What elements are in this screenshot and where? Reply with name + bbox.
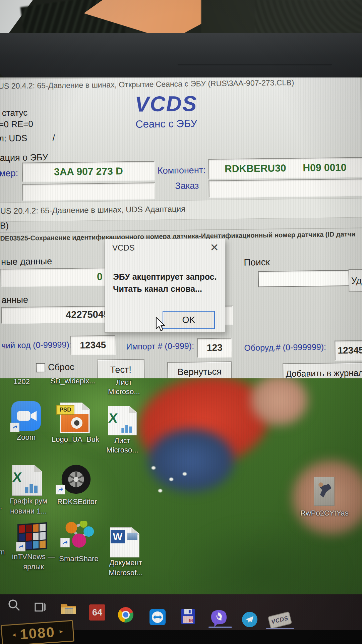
protocol-label: л: UDS bbox=[0, 133, 27, 144]
task-view-icon[interactable] bbox=[33, 600, 48, 614]
desktop-icon-rdks-editor[interactable] bbox=[60, 464, 92, 495]
vcds-ticket-label: VCDS bbox=[271, 615, 289, 626]
close-icon[interactable]: ✕ bbox=[210, 241, 219, 254]
shortcut-arrow-icon bbox=[10, 423, 19, 432]
shortcut-arrow-icon bbox=[56, 485, 65, 494]
vcds-logo-block: VCDS Сеанс с ЭБУ bbox=[102, 92, 230, 131]
floppy-disk-icon[interactable]: 64 bbox=[180, 608, 196, 625]
doc-image-thumb bbox=[127, 533, 137, 540]
vcds-logo: VCDS bbox=[102, 92, 230, 116]
desktop-icon-zoom[interactable] bbox=[11, 401, 41, 431]
psd-ring-center bbox=[74, 420, 79, 426]
file-explorer-icon[interactable] bbox=[60, 602, 76, 616]
laptop-top-bezel bbox=[0, 33, 362, 77]
component-field: RDKBERU30 H09 0010 bbox=[208, 157, 362, 179]
desktop-icon-label: Microsof... bbox=[97, 568, 154, 578]
dialog-message-line1: ЭБУ акцептирует запрос. bbox=[113, 271, 217, 283]
search-taskbar-icon[interactable] bbox=[7, 598, 21, 612]
window-title: RUS 20.4.2: 65-Давление в шинах, Открыти… bbox=[0, 78, 294, 91]
dialog-message-line2: Читать канал снова... bbox=[113, 283, 217, 295]
search-input[interactable] bbox=[258, 270, 352, 287]
clover-flower bbox=[158, 489, 162, 492]
delete-button[interactable]: Уда bbox=[349, 269, 362, 292]
desktop-icon-label: Документ bbox=[97, 558, 154, 568]
word-w-glyph: W bbox=[111, 530, 125, 543]
desktop-icon-smartshare[interactable] bbox=[62, 521, 95, 552]
desktop-icon-word-doc[interactable]: W bbox=[110, 527, 139, 557]
reset-checkbox-label: Сброс bbox=[48, 362, 74, 373]
desktop-icon-logo-ua-buk[interactable]: PSD bbox=[60, 402, 90, 433]
partial-icon-label: 1202 bbox=[13, 377, 30, 386]
part-number-label: мер: bbox=[0, 168, 18, 179]
stored-data-label: ные данные bbox=[1, 256, 52, 267]
partial-icon-label: m bbox=[0, 547, 5, 557]
vcds-ticket-glyph: VCDS bbox=[267, 611, 292, 629]
vcds-taskbar-icon[interactable]: VCDS bbox=[269, 612, 291, 628]
equipment-number-field[interactable]: 12345 bbox=[335, 340, 362, 361]
order-label: Заказ bbox=[175, 180, 199, 191]
desktop-icon-grafik-rum[interactable]: X bbox=[12, 465, 42, 496]
desktop-icon-label: Logo_UA_Buk bbox=[47, 435, 104, 444]
photo-of-laptop-screen: RUS 20.4.2: 65-Давление в шинах, Открыти… bbox=[0, 0, 362, 644]
section-label: В) bbox=[0, 220, 9, 231]
status-label: статус bbox=[2, 108, 28, 118]
vcds-running-indicator bbox=[266, 628, 294, 629]
equipment-number-label: Оборуд.# (0-999999): bbox=[244, 342, 326, 353]
desktop-icon-list-excel[interactable]: X bbox=[108, 406, 137, 435]
teamviewer-icon[interactable] bbox=[149, 609, 166, 625]
desktop-icon-label: Zoom bbox=[3, 433, 49, 442]
stored-data-field: 0 bbox=[0, 268, 109, 287]
protocol-value: / bbox=[53, 133, 55, 143]
workshop-code-field[interactable]: 12345 bbox=[70, 335, 116, 355]
search-label: Поиск bbox=[244, 257, 270, 268]
telegram-icon[interactable] bbox=[242, 612, 257, 627]
reset-checkbox[interactable] bbox=[36, 363, 45, 372]
desktop-icon-label: Лист bbox=[101, 436, 144, 445]
shortcut-arrow-icon bbox=[16, 542, 25, 551]
psd-badge: PSD bbox=[56, 405, 74, 415]
ok-button[interactable]: OK bbox=[163, 311, 215, 329]
laptop-bezel-notch bbox=[178, 64, 332, 65]
test-button[interactable]: Тест! bbox=[97, 359, 145, 380]
excel-x-glyph: X bbox=[12, 470, 22, 485]
wallpaper-child-head bbox=[251, 378, 308, 425]
status-value: =0 RE=0 bbox=[0, 119, 33, 129]
part-number-field: 3AA 907 273 D bbox=[22, 161, 155, 182]
clover-flower bbox=[169, 478, 173, 481]
new-data-label: анные bbox=[1, 295, 28, 306]
smartshare-molecule-icon bbox=[62, 521, 95, 552]
desktop-icon-label: новини 1... bbox=[0, 506, 57, 516]
clover-flower bbox=[183, 472, 187, 476]
chrome-icon[interactable] bbox=[118, 607, 133, 623]
desktop-icon-label: Microso... bbox=[101, 445, 144, 455]
mouse-cursor bbox=[155, 317, 168, 332]
session-subtitle: Сеанс с ЭБУ bbox=[103, 117, 230, 131]
excel-x-glyph: X bbox=[108, 411, 118, 426]
app-64-label: 64 bbox=[92, 607, 102, 618]
import-number-field[interactable]: 123 bbox=[197, 338, 232, 358]
dialog-title: VCDS bbox=[112, 243, 135, 253]
partial-icon-label: Microso... bbox=[101, 387, 147, 396]
part-number-field-2 bbox=[22, 182, 155, 201]
desktop-icon-label: RDKSEditor bbox=[47, 497, 107, 506]
import-number-label: Импорт # (0-999): bbox=[126, 341, 194, 352]
component-label: Компонент: bbox=[158, 165, 206, 176]
car-interior-background bbox=[0, 0, 362, 77]
new-data-field: 42275045 bbox=[1, 306, 115, 324]
app-64-icon[interactable]: 64 bbox=[89, 604, 105, 621]
excel-chart-glyph bbox=[24, 481, 41, 494]
viber-icon[interactable] bbox=[210, 610, 227, 627]
viber-running-indicator bbox=[208, 627, 232, 628]
desktop-icon-rwpo[interactable] bbox=[314, 477, 335, 506]
badge-right-arrow: ► bbox=[58, 629, 64, 635]
vcds-main-window: RUS 20.4.2: 65-Давление в шинах, Открыти… bbox=[0, 77, 362, 381]
wallpaper-child-shorts bbox=[147, 429, 235, 492]
svg-text:64: 64 bbox=[189, 619, 193, 623]
excel-chart-glyph bbox=[121, 421, 136, 434]
desktop-icon-intvnews[interactable] bbox=[17, 523, 47, 550]
image-thumbnail-icon bbox=[314, 477, 335, 506]
workshop-code-label: чий код (0-99999): bbox=[1, 340, 72, 351]
badge-left-arrow: ◄ bbox=[11, 632, 17, 638]
order-field bbox=[208, 178, 362, 198]
shortcut-arrow-icon bbox=[60, 538, 70, 547]
